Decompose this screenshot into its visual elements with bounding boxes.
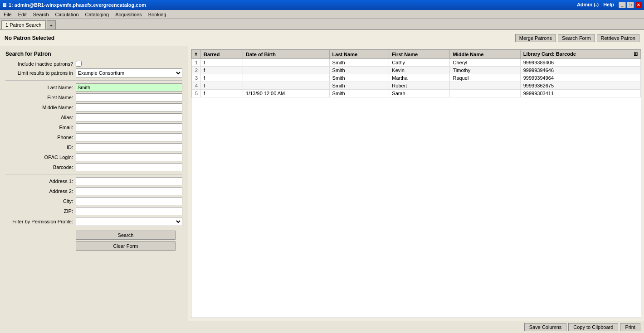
- address1-label: Address 1:: [5, 179, 76, 184]
- first-name-input[interactable]: [76, 93, 182, 101]
- tab-bar-wrapper: 1 Patron Search + ✕: [0, 19, 644, 30]
- menu-cataloging[interactable]: Cataloging: [83, 11, 112, 18]
- table-row[interactable]: 4 f Smith Robert 99999362675: [192, 82, 641, 90]
- middle-name-input[interactable]: [76, 103, 182, 111]
- help-label[interactable]: Help: [603, 2, 614, 8]
- cell-last: Smith: [329, 67, 389, 74]
- barcode-input[interactable]: [76, 163, 182, 171]
- maximize-button[interactable]: □: [627, 2, 634, 8]
- results-table-container[interactable]: # Barred Date of Birth Last Name First N…: [191, 49, 641, 318]
- col-barcode[interactable]: Library Card: Barcode ⊞: [520, 50, 640, 59]
- close-button[interactable]: ✕: [635, 2, 642, 8]
- cell-num: 5: [192, 90, 201, 97]
- col-first[interactable]: First Name: [389, 50, 450, 59]
- col-middle[interactable]: Middle Name: [450, 50, 520, 59]
- cell-last: Smith: [329, 59, 389, 67]
- id-input[interactable]: [76, 143, 182, 151]
- search-panel: Search for Patron Include inactive patro…: [0, 46, 188, 333]
- city-input[interactable]: [76, 197, 182, 205]
- table-row[interactable]: 1 f Smith Cathy Cheryl 99999389406: [192, 59, 641, 67]
- search-panel-title: Search for Patron: [5, 51, 182, 57]
- col-expand-icon[interactable]: ⊞: [634, 51, 638, 57]
- address1-row: Address 1:: [5, 177, 182, 185]
- title-bar-title: 1: admin@BR1-winxpvmfx.phasefx.evergreen…: [9, 2, 146, 8]
- last-name-input[interactable]: [76, 83, 182, 92]
- col-dob[interactable]: Date of Birth: [243, 50, 330, 59]
- limit-results-label: Limit results to patrons in: [5, 70, 76, 76]
- menu-edit[interactable]: Edit: [15, 11, 29, 18]
- cell-barcode: 99999389406: [520, 59, 640, 67]
- include-inactive-checkbox[interactable]: [76, 61, 82, 67]
- table-row[interactable]: 5 f 1/13/90 12:00 AM Smith Sarah 9999930…: [192, 90, 641, 97]
- title-bar: 🖥 1: admin@BR1-winxpvmfx.phasefx.evergre…: [0, 0, 644, 10]
- cell-last: Smith: [329, 74, 389, 82]
- search-form-button[interactable]: Search Form: [558, 34, 595, 42]
- cell-num: 2: [192, 67, 201, 74]
- zip-label: ZIP:: [5, 208, 76, 214]
- cell-num: 3: [192, 74, 201, 82]
- phone-label: Phone:: [5, 135, 76, 140]
- cell-first: Martha: [389, 74, 450, 82]
- address1-input[interactable]: [76, 177, 182, 185]
- tab-bar: 1 Patron Search +: [0, 19, 644, 30]
- email-input[interactable]: [76, 123, 182, 131]
- search-button[interactable]: Search: [76, 231, 176, 240]
- clear-form-button[interactable]: Clear Form: [76, 241, 176, 251]
- retrieve-patron-button[interactable]: Retrieve Patron: [597, 34, 639, 42]
- print-button[interactable]: Print: [620, 323, 640, 331]
- merge-patrons-button[interactable]: Merge Patrons: [515, 34, 556, 42]
- limit-results-row: Limit results to patrons in Example Cons…: [5, 68, 182, 77]
- menu-circulation[interactable]: Circulation: [53, 11, 82, 18]
- address2-label: Address 2:: [5, 188, 76, 194]
- table-row[interactable]: 2 f Smith Kevin Timothy 99999394646: [192, 67, 641, 74]
- id-row: ID:: [5, 143, 182, 151]
- title-bar-icon: 🖥: [2, 2, 7, 8]
- cell-barcode: 99999394964: [520, 74, 640, 82]
- col-barred[interactable]: Barred: [201, 50, 243, 59]
- cell-middle: [450, 82, 520, 90]
- first-name-label: First Name:: [5, 95, 76, 100]
- save-columns-button[interactable]: Save Columns: [524, 323, 567, 331]
- cell-last: Smith: [329, 82, 389, 90]
- filter-profile-label: Filter by Permission Profile:: [5, 219, 76, 224]
- last-name-row: Last Name:: [5, 83, 182, 92]
- title-bar-controls: Admin (-) Help _ □ ✕: [577, 2, 642, 8]
- menu-file[interactable]: File: [1, 11, 15, 18]
- menu-search[interactable]: Search: [30, 11, 52, 18]
- middle-name-label: Middle Name:: [5, 105, 76, 110]
- cell-barcode: 99999362675: [520, 82, 640, 90]
- tab-new[interactable]: +: [47, 20, 56, 29]
- phone-row: Phone:: [5, 133, 182, 141]
- city-label: City:: [5, 198, 76, 204]
- phone-input[interactable]: [76, 133, 182, 141]
- barcode-row: Barcode:: [5, 163, 182, 171]
- address2-row: Address 2:: [5, 187, 182, 195]
- menu-acquisitions[interactable]: Acquisitions: [112, 11, 145, 18]
- cell-num: 1: [192, 59, 201, 67]
- menu-booking[interactable]: Booking: [146, 11, 169, 18]
- col-last[interactable]: Last Name: [329, 50, 389, 59]
- copy-clipboard-button[interactable]: Copy to Clipboard: [568, 323, 618, 331]
- minimize-button[interactable]: _: [619, 2, 626, 8]
- filter-profile-row: Filter by Permission Profile:: [5, 217, 182, 226]
- email-row: Email:: [5, 123, 182, 131]
- cell-barred: f: [201, 74, 243, 82]
- results-footer: Save Columns Copy to Clipboard Print: [188, 321, 644, 333]
- id-label: ID:: [5, 145, 76, 150]
- admin-label[interactable]: Admin (-): [577, 2, 599, 8]
- alias-input[interactable]: [76, 113, 182, 121]
- email-label: Email:: [5, 125, 76, 130]
- col-num[interactable]: #: [192, 50, 201, 59]
- title-bar-left: 🖥 1: admin@BR1-winxpvmfx.phasefx.evergre…: [2, 2, 146, 8]
- cell-barred: f: [201, 67, 243, 74]
- opac-login-input[interactable]: [76, 153, 182, 161]
- cell-dob: [243, 74, 330, 82]
- cell-barcode: 99999394646: [520, 67, 640, 74]
- zip-input[interactable]: [76, 207, 182, 215]
- limit-results-select[interactable]: Example Consortium: [76, 68, 182, 77]
- address2-input[interactable]: [76, 187, 182, 195]
- filter-profile-select[interactable]: [76, 217, 182, 226]
- table-row[interactable]: 3 f Smith Martha Raquel 99999394964: [192, 74, 641, 82]
- include-inactive-row: Include inactive patrons?: [5, 61, 182, 67]
- tab-patron-search[interactable]: 1 Patron Search: [1, 20, 46, 29]
